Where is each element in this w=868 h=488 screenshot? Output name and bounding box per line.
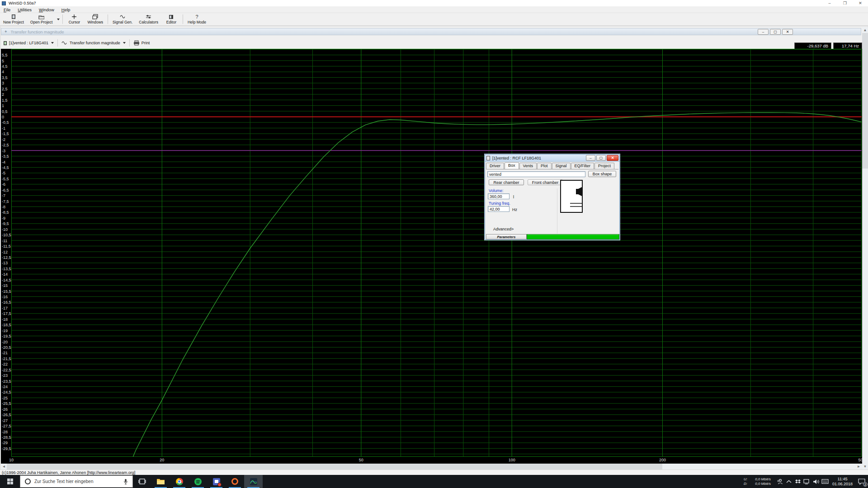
x-tick-label: 200 [659,458,666,462]
cursor-freq-readout: 17,74 Hz [833,42,862,49]
winisd-icon [250,478,257,485]
signal-gen-button[interactable]: Signal Gen. [109,13,136,25]
taskbar-app-spotify[interactable] [189,475,207,488]
action-center-button[interactable]: 2 [855,475,868,488]
open-project-dropdown[interactable] [56,13,61,25]
y-tick-label: -24 [2,385,12,389]
dialog-maximize-button[interactable]: ▢ [596,155,606,161]
parameters-button[interactable]: Parameters [486,234,527,239]
y-tick-label: 5,5 [2,53,12,57]
y-tick-label: -27 [2,418,12,423]
close-button[interactable]: ✕ [853,0,868,6]
menu-window[interactable]: Window [35,7,58,13]
network-icon[interactable] [802,475,811,488]
tray-chevron-up-icon[interactable] [784,475,793,488]
advanced-link[interactable]: Advanced> [493,227,514,231]
volume-icon[interactable] [811,475,821,488]
box-type-input[interactable]: vented [487,171,585,177]
tab-eq-filter[interactable]: EQ/Filter [571,163,594,169]
restore-button[interactable]: ❐ [837,0,853,6]
y-tick-label: -5,5 [2,177,12,181]
vertical-scrollbar[interactable]: ▲ ▼ [862,27,868,469]
taskbar-app-winisd[interactable] [244,475,263,488]
taskbar-app-movies-tv[interactable] [207,475,226,488]
cursor-button[interactable]: Cursor [64,13,84,25]
child-close-button[interactable]: ✕ [782,29,793,35]
start-button[interactable] [0,475,20,488]
y-tick-label: -19,5 [2,334,12,338]
tab-vents[interactable]: Vents [519,163,537,169]
y-tick-label: -20,5 [2,345,12,350]
y-tick-label: -11,5 [2,244,12,249]
tab-plot[interactable]: Plot [537,163,552,169]
taskbar-app-file-explorer[interactable] [151,475,170,488]
y-tick-label: -4 [2,160,12,164]
project-selector[interactable]: [1]vented : LF18G401 [1,40,56,47]
new-project-button[interactable]: New Project [0,13,27,25]
sine-wave-icon [61,41,68,45]
sine-wave-icon [120,14,126,19]
plot-canvas[interactable] [11,49,862,457]
scroll-up-arrow[interactable]: ▲ [862,27,868,33]
tuning-label: Tuning freq. [489,201,510,206]
scroll-left-arrow[interactable]: ◄ [1,464,7,469]
task-view-button[interactable] [133,475,151,488]
dialog-minimize-button[interactable]: – [586,155,595,161]
scroll-right-arrow[interactable]: ► [856,464,862,469]
menu-utilities[interactable]: Utilities [14,7,35,13]
windows-button[interactable]: Windows [84,13,106,25]
y-tick-label: -2 [2,137,12,142]
y-tick-label: -10 [2,227,12,232]
y-tick-label: -12 [2,250,12,254]
y-tick-label: -23 [2,373,12,378]
tab-signal[interactable]: Signal [552,163,571,169]
spotify-icon [194,478,202,485]
calculators-button[interactable]: Calculators [136,13,161,25]
y-tick-label: 4 [2,70,12,74]
taskbar-app-chrome[interactable] [170,475,189,488]
touch-keyboard-icon[interactable] [821,475,830,488]
graph-window-icon: ✦ [4,29,8,34]
people-icon[interactable] [775,475,784,488]
y-tick-label: -17,5 [2,311,12,316]
y-tick-label: -26 [2,407,12,412]
tuning-input[interactable]: 42,00 [488,206,509,212]
y-tick-label: -2,5 [2,143,12,147]
netspeed-monitor: U:0,0 Mbit/s D:0,0 Mbit/s [741,477,771,486]
dropbox-icon[interactable] [793,475,802,488]
taskbar-clock[interactable]: 11:45 01.06.2018 [832,477,853,487]
vertical-scroll-thumb[interactable] [862,33,868,169]
transfer-function-chart[interactable]: 5,554,543,532,521,510,50-0,5-1-1,5-2-2,5… [1,49,862,464]
box-shape-button[interactable]: Box shape [588,171,616,177]
volume-input[interactable]: 360,00 [488,193,509,199]
dialog-close-button[interactable]: ✕ [607,155,618,161]
rear-chamber-tab[interactable]: Rear chamber [489,179,524,185]
y-tick-label: -16,5 [2,300,12,305]
menu-help[interactable]: Help [58,7,74,13]
open-project-button[interactable]: Open Project [27,13,56,25]
y-tick-label: -9,5 [2,221,12,226]
horizontal-scroll-thumb[interactable] [7,464,662,469]
child-restore-button[interactable]: ▢ [770,29,781,35]
minimize-button[interactable]: – [822,0,837,6]
front-chamber-tab[interactable]: Front chamber [528,179,563,185]
horizontal-scrollbar[interactable]: ◄ ► [1,464,862,469]
print-button[interactable]: Print [131,39,155,47]
y-tick-label: -17 [2,306,12,310]
graph-type-selector[interactable]: Transfer function magnitude [59,40,128,46]
taskbar-app-origin[interactable] [226,475,244,488]
child-minimize-button[interactable]: – [758,29,769,35]
dialog-bottom-strip: Parameters [486,234,619,239]
help-mode-button[interactable]: ? Help Mode [184,13,209,25]
chrome-icon [176,478,183,485]
y-tick-label: -19 [2,328,12,333]
tab-driver[interactable]: Driver [486,163,504,169]
menu-file[interactable]: File [0,7,14,13]
tab-box[interactable]: Box [505,162,519,169]
taskbar-search[interactable]: Zur Suche Text hier eingeben [20,475,133,488]
dialog-titlebar[interactable]: [1]vented : RCF LF18G401 – ▢ ✕ [485,155,619,162]
editor-button[interactable]: Editor [161,13,181,25]
speaker-driver-icon [576,187,582,196]
tab-project[interactable]: Project [594,163,614,169]
scroll-down-arrow[interactable]: ▼ [862,464,868,469]
